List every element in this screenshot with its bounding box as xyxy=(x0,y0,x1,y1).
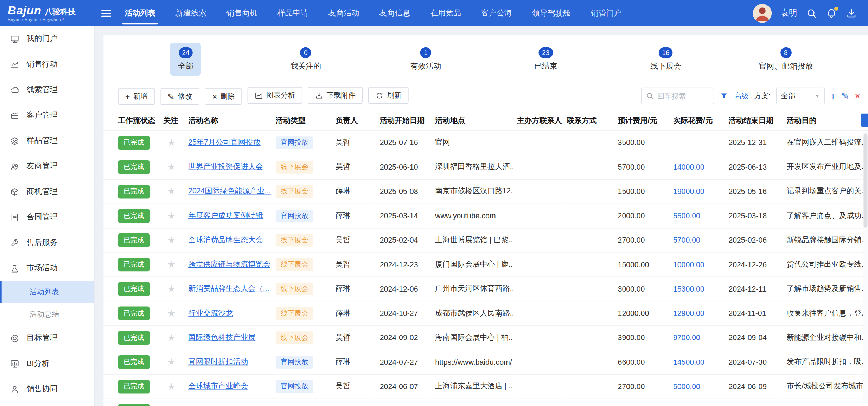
actual-cost-link[interactable]: 19000.00 xyxy=(673,187,704,195)
sidebar-item-partners[interactable]: 友商管理 xyxy=(0,154,94,179)
topnav-item-partner-activity[interactable]: 友商活动 xyxy=(318,0,369,26)
sidebar-subitem-activity-list[interactable]: 活动列表 xyxy=(0,281,94,303)
sidebar-item-samples[interactable]: 样品管理 xyxy=(0,128,94,154)
sidebar-subitem-activity-summary[interactable]: 活动总结 xyxy=(0,303,94,325)
sidebar-item-targets[interactable]: 目标管理 xyxy=(0,325,94,351)
filter-funnel-icon[interactable] xyxy=(720,92,729,100)
add-button[interactable]: +新增 xyxy=(118,88,155,105)
actual-cost-link[interactable]: 12900.00 xyxy=(673,309,704,318)
refresh-button[interactable]: 刷新 xyxy=(368,87,409,104)
topnav-item-sales-opportunity[interactable]: 销售商机 xyxy=(216,0,267,26)
actual-cost-link[interactable]: 15300.00 xyxy=(673,285,704,293)
activity-name-link[interactable]: 官网限时折扣活动 xyxy=(188,357,248,366)
cell-star: ★ xyxy=(159,325,184,350)
sidebar-item-aftersales[interactable]: 售后服务 xyxy=(0,230,94,255)
activity-type-badge: 线下展会 xyxy=(276,161,313,173)
edit-button[interactable]: ✎修改 xyxy=(160,88,199,105)
star-icon[interactable]: ★ xyxy=(167,210,175,221)
topnav-item-leader-cockpit[interactable]: 领导驾驶舱 xyxy=(522,0,581,26)
activity-name-link[interactable]: 国际绿色科技产业展 xyxy=(188,333,255,342)
stat-tab-ended[interactable]: 23已结束 xyxy=(526,43,565,76)
star-icon[interactable]: ★ xyxy=(167,283,175,294)
notifications-bell-icon[interactable] xyxy=(826,7,837,18)
star-icon[interactable]: ★ xyxy=(167,259,175,270)
star-icon[interactable]: ★ xyxy=(167,235,175,245)
activity-name-link[interactable]: 年度客户成功案例特辑 xyxy=(188,211,263,220)
star-icon[interactable]: ★ xyxy=(167,137,175,148)
delete-plan-icon[interactable]: × xyxy=(855,91,860,101)
actual-cost-link[interactable]: 9700.00 xyxy=(673,333,700,342)
topnav-item-competing-product[interactable]: 在用竞品 xyxy=(420,0,471,26)
aftersales-icon xyxy=(10,238,19,248)
sidebar-item-collaboration[interactable]: 销售协同 xyxy=(0,376,94,402)
star-icon[interactable]: ★ xyxy=(167,332,175,343)
advanced-filter-link[interactable]: 高级 xyxy=(734,91,749,101)
topnav-item-customer-pool[interactable]: 客户公海 xyxy=(471,0,522,26)
sidebar-item-marketing[interactable]: 市场活动 xyxy=(0,256,94,281)
search-input[interactable] xyxy=(657,92,709,100)
star-icon[interactable]: ★ xyxy=(167,357,175,367)
stat-tab-web-email[interactable]: 8官网、邮箱投放 xyxy=(751,43,821,76)
vertical-scrollbar[interactable] xyxy=(863,132,868,404)
actual-cost-link[interactable]: 10000.00 xyxy=(673,260,704,269)
stat-tab-offline-expo[interactable]: 16线下展会 xyxy=(643,43,689,76)
cell-location: www.youtube.com xyxy=(431,204,513,228)
stat-tab-all[interactable]: 24全部 xyxy=(170,43,201,76)
sidebar-item-customers[interactable]: 客户管理 xyxy=(0,102,94,128)
stat-tab-followed[interactable]: 0我关注的 xyxy=(282,43,329,76)
activity-name-link[interactable]: 全球消费品牌生态大会 xyxy=(188,236,263,244)
download-attachment-button[interactable]: 下载附件 xyxy=(308,87,363,104)
activity-name-link[interactable]: 25年7月公司官网投放 xyxy=(188,138,260,146)
scrollbar-thumb[interactable] xyxy=(863,133,867,228)
topnav-item-partner-info[interactable]: 友商信息 xyxy=(369,0,420,26)
sidebar-item-label: 线索管理 xyxy=(27,85,58,95)
search-icon[interactable] xyxy=(806,7,817,18)
table-settings-tab[interactable] xyxy=(861,114,868,127)
actual-cost-link[interactable]: 5700.00 xyxy=(673,236,700,244)
download-icon[interactable] xyxy=(846,7,857,18)
cell-host-contact xyxy=(513,399,563,406)
topnav-item-sample-request[interactable]: 样品申请 xyxy=(267,0,318,26)
cell-purpose: 新能源企业对接碳中和... xyxy=(782,325,868,350)
actual-cost-link[interactable]: 5000.00 xyxy=(673,382,700,391)
star-icon[interactable]: ★ xyxy=(167,308,175,318)
stat-tab-wrap-active: 1有效活动 xyxy=(366,43,486,76)
star-icon[interactable]: ★ xyxy=(167,162,175,172)
add-plan-icon[interactable]: + xyxy=(830,91,836,101)
sidebar-item-opportunities[interactable]: 商机管理 xyxy=(0,179,94,204)
sidebar-item-portal[interactable]: 我的门户 xyxy=(0,26,94,51)
actual-cost-link[interactable]: 5500.00 xyxy=(673,211,700,220)
actual-cost-link[interactable]: 14500.00 xyxy=(673,358,704,366)
activity-name-link[interactable]: 行业交流沙龙 xyxy=(188,309,233,317)
activity-type-badge: 官网投放 xyxy=(276,136,313,149)
status-badge: 已完成 xyxy=(118,379,150,393)
activity-name-link[interactable]: 跨境供应链与物流博览会 xyxy=(188,260,270,268)
activity-name-link[interactable]: 世界产业投资促进大会 xyxy=(188,162,263,171)
activity-name-link[interactable]: 全球城市产业峰会 xyxy=(188,382,248,390)
username[interactable]: 袁明 xyxy=(780,8,797,18)
star-icon[interactable]: ★ xyxy=(167,381,175,392)
delete-button[interactable]: ×删除 xyxy=(205,88,242,105)
sidebar-item-sales-action[interactable]: 销售行动 xyxy=(0,51,94,77)
activity-name-link[interactable]: 2024国际绿色能源产业... xyxy=(188,187,271,195)
sidebar-item-bi[interactable]: BI分析 xyxy=(0,351,94,376)
topnav-item-new-lead[interactable]: 新建线索 xyxy=(166,0,217,26)
status-badge: 已完成 xyxy=(118,209,150,223)
plan-select[interactable]: 全部 ▼ xyxy=(776,88,825,104)
chart-analysis-button[interactable]: 图表分析 xyxy=(248,87,302,104)
stat-tab-active[interactable]: 1有效活动 xyxy=(402,43,449,76)
topnav-item-activity-list[interactable]: 活动列表 xyxy=(115,0,166,26)
cell-contact xyxy=(562,252,613,276)
sidebar-item-contracts[interactable]: 合同管理 xyxy=(0,205,94,230)
actual-cost-link[interactable]: 14000.00 xyxy=(673,163,704,171)
cell-actual-cost: 5000.00 xyxy=(669,374,724,398)
activity-name-link[interactable]: 新消费品牌生态大会（... xyxy=(188,284,269,293)
topnav-item-sales-portal[interactable]: 销管门户 xyxy=(581,0,632,26)
sidebar-item-leads[interactable]: 线索管理 xyxy=(0,77,94,102)
avatar[interactable] xyxy=(753,4,772,23)
cell-start-date: 2024-10-27 xyxy=(375,301,430,325)
menu-toggle-icon[interactable] xyxy=(100,7,113,19)
brand-logo[interactable]: Bajun 八骏科技 Anyone,Anytime,Anywhere! xyxy=(0,4,95,22)
edit-plan-icon[interactable]: ✎ xyxy=(841,91,849,101)
star-icon[interactable]: ★ xyxy=(167,186,175,196)
